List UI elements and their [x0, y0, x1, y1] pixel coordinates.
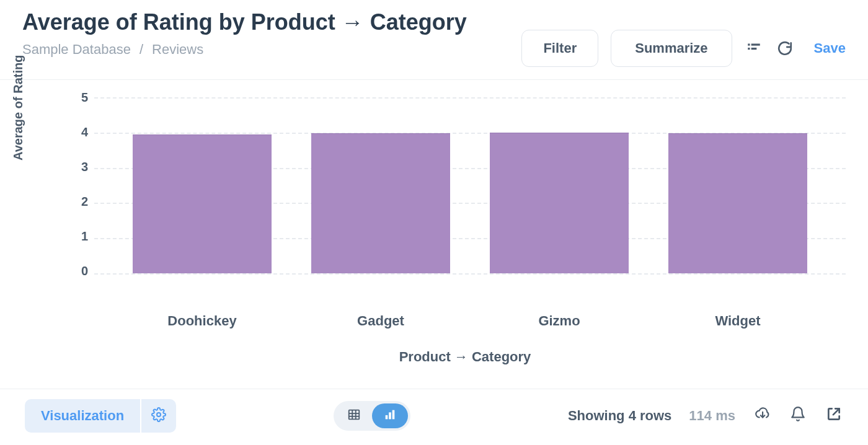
bar-chart-icon [383, 408, 397, 424]
svg-rect-1 [751, 43, 760, 45]
share-arrow-icon [826, 406, 842, 426]
chart-view-toggle[interactable] [372, 403, 408, 428]
x-tick: Widget [649, 313, 827, 329]
svg-point-4 [157, 413, 161, 416]
x-axis-label: Product → Category [22, 349, 846, 365]
visualization-settings-button[interactable] [140, 399, 176, 433]
chart-bar[interactable] [133, 134, 272, 273]
footer-bar: Visualization Showing 4 rows 114 ms [0, 389, 868, 445]
cloud-download-icon [754, 406, 770, 426]
view-toggle [334, 401, 410, 431]
x-tick: Doohickey [113, 313, 291, 329]
alerts-button[interactable] [789, 407, 807, 425]
header-actions: Filter Summarize Save [521, 30, 846, 67]
question-detail-icon[interactable] [745, 39, 763, 58]
svg-rect-12 [392, 410, 395, 420]
x-tick: Gadget [291, 313, 470, 329]
chart-bar[interactable] [311, 133, 451, 273]
breadcrumb-database[interactable]: Sample Database [22, 42, 131, 58]
x-axis: DoohickeyGadgetGizmoWidget [22, 313, 846, 329]
x-tick: Gizmo [470, 313, 649, 329]
chart-plot [94, 97, 846, 273]
svg-line-14 [833, 408, 839, 415]
query-timing-text: 114 ms [689, 408, 735, 424]
breadcrumb-table[interactable]: Reviews [152, 42, 203, 58]
refresh-icon[interactable] [776, 39, 794, 58]
svg-rect-5 [349, 410, 360, 420]
bar-slot [113, 97, 291, 273]
filter-button[interactable]: Filter [521, 30, 598, 67]
chart-bar[interactable] [668, 133, 808, 273]
svg-rect-3 [751, 48, 756, 50]
gear-icon [151, 407, 166, 425]
footer-right: Showing 4 rows 114 ms [568, 407, 843, 425]
visualization-button-group: Visualization [25, 399, 176, 433]
chart-area: 543210 [22, 95, 846, 306]
breadcrumb: Sample Database / Reviews [22, 42, 467, 58]
svg-rect-11 [389, 412, 391, 419]
row-count-text: Showing 4 rows [568, 408, 671, 424]
summarize-button[interactable]: Summarize [611, 30, 732, 67]
visualization-button[interactable]: Visualization [25, 399, 140, 433]
table-view-toggle[interactable] [336, 403, 372, 428]
bar-slot [291, 97, 470, 273]
bar-slot [649, 97, 827, 273]
bell-icon [790, 406, 806, 426]
bar-slot [470, 97, 649, 273]
title-block: Average of Rating by Product → Category … [22, 9, 467, 58]
chart-container: Average of Rating 543210 DoohickeyGadget… [0, 80, 868, 359]
y-axis: 543210 [45, 97, 94, 271]
svg-rect-2 [748, 48, 750, 50]
footer-left: Visualization [25, 399, 176, 433]
header-bar: Average of Rating by Product → Category … [0, 0, 868, 80]
download-button[interactable] [753, 407, 771, 425]
svg-rect-0 [748, 43, 750, 45]
table-icon [347, 408, 361, 424]
breadcrumb-separator: / [140, 42, 143, 58]
gridline [94, 273, 846, 275]
page-title: Average of Rating by Product → Category [22, 9, 467, 35]
chart-bar[interactable] [490, 133, 629, 273]
x-axis-ticks: DoohickeyGadgetGizmoWidget [94, 313, 846, 329]
share-button[interactable] [825, 407, 843, 425]
chart-bars [94, 97, 846, 273]
save-button[interactable]: Save [814, 40, 846, 56]
svg-rect-10 [386, 415, 388, 419]
